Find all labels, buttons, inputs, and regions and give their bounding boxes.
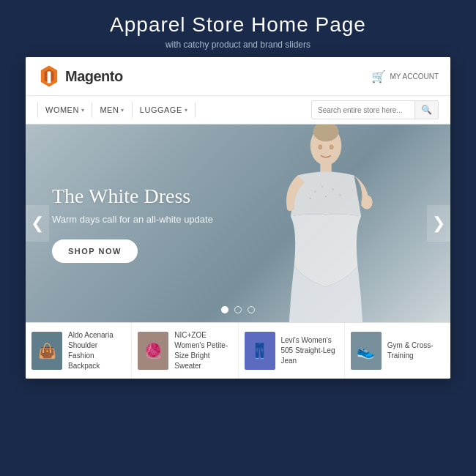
svg-point-6 <box>361 195 372 209</box>
product-thumb-jeans: 👖 <box>245 332 275 370</box>
hero-title: The White Dress <box>52 184 213 209</box>
product-name-1: NIC+ZOE Women's Petite-Size Bright Sweat… <box>174 330 231 371</box>
product-strip: 👜 Aldo Acenaria Shoulder Fashion Backpac… <box>26 322 450 379</box>
svg-point-12 <box>339 194 341 196</box>
svg-point-8 <box>330 144 334 149</box>
carousel-dot-2[interactable] <box>234 306 242 313</box>
store-header: Magento 🛒 MY ACCOUNT <box>26 57 450 96</box>
shop-now-button[interactable]: SHOP NOW <box>52 239 138 263</box>
logo-text: Magento <box>65 68 123 85</box>
product-name-0: Aldo Acenaria Shoulder Fashion Backpack <box>68 330 125 371</box>
carousel-next-button[interactable]: ❯ <box>427 205 450 242</box>
product-name-3: Gym & Cross-Training <box>387 341 445 361</box>
nav-item-luggage[interactable]: LUGGAGE ▾ <box>133 102 196 118</box>
product-item-2[interactable]: 👖 Levi's Women's 505 Straight-Leg Jean <box>239 323 345 379</box>
carousel-dot-3[interactable] <box>248 306 255 313</box>
product-item-1[interactable]: 🧶 NIC+ZOE Women's Petite-Size Bright Swe… <box>132 323 238 379</box>
page-title: Apparel Store Home Page <box>15 13 461 37</box>
magento-logo-icon <box>37 64 61 88</box>
chevron-down-icon: ▾ <box>185 107 188 114</box>
svg-point-13 <box>310 198 311 199</box>
product-item-0[interactable]: 👜 Aldo Acenaria Shoulder Fashion Backpac… <box>26 323 132 379</box>
hero-content: The White Dress Warm days call for an al… <box>26 184 213 264</box>
store-container: Magento 🛒 MY ACCOUNT WOMEN ▾ MEN ▾ LUGGA… <box>26 57 450 379</box>
product-thumb-gym: 👟 <box>351 332 382 370</box>
carousel-prev-button[interactable]: ❮ <box>26 205 49 242</box>
account-label: MY ACCOUNT <box>390 72 439 81</box>
search-input[interactable] <box>312 106 414 114</box>
nav-item-women[interactable]: WOMEN ▾ <box>37 102 92 118</box>
search-bar: 🔍 <box>311 100 439 119</box>
page-title-section: Apparel Store Home Page with catchy prod… <box>0 0 476 57</box>
chevron-down-icon: ▾ <box>121 107 124 114</box>
cart-icon: 🛒 <box>371 70 386 83</box>
woman-silhouette <box>245 124 406 322</box>
hero-figure <box>245 124 406 322</box>
store-nav: WOMEN ▾ MEN ▾ LUGGAGE ▾ 🔍 <box>26 96 450 124</box>
svg-rect-2 <box>48 72 51 83</box>
nav-item-men[interactable]: MEN ▾ <box>92 102 132 118</box>
logo-area: Magento <box>37 64 123 88</box>
product-item-3[interactable]: 👟 Gym & Cross-Training <box>345 323 450 379</box>
svg-point-14 <box>325 196 327 197</box>
svg-point-7 <box>318 144 322 149</box>
nav-items: WOMEN ▾ MEN ▾ LUGGAGE ▾ <box>37 102 196 118</box>
svg-point-10 <box>321 185 324 187</box>
account-area[interactable]: 🛒 MY ACCOUNT <box>371 70 439 83</box>
hero-banner: The White Dress Warm days call for an al… <box>26 124 450 322</box>
search-button[interactable]: 🔍 <box>414 101 438 119</box>
carousel-dot-1[interactable] <box>221 306 228 313</box>
carousel-dots <box>221 306 255 313</box>
product-thumb-sweater: 🧶 <box>138 332 168 370</box>
chevron-down-icon: ▾ <box>81 107 85 114</box>
svg-point-11 <box>332 188 334 190</box>
hero-subtitle: Warm days call for an all-white update <box>52 214 213 225</box>
page-subtitle: with catchy product and brand sliders <box>15 40 461 50</box>
product-name-2: Levi's Women's 505 Straight-Leg Jean <box>281 335 338 366</box>
svg-point-9 <box>314 190 316 193</box>
product-thumb-bag: 👜 <box>31 332 62 370</box>
